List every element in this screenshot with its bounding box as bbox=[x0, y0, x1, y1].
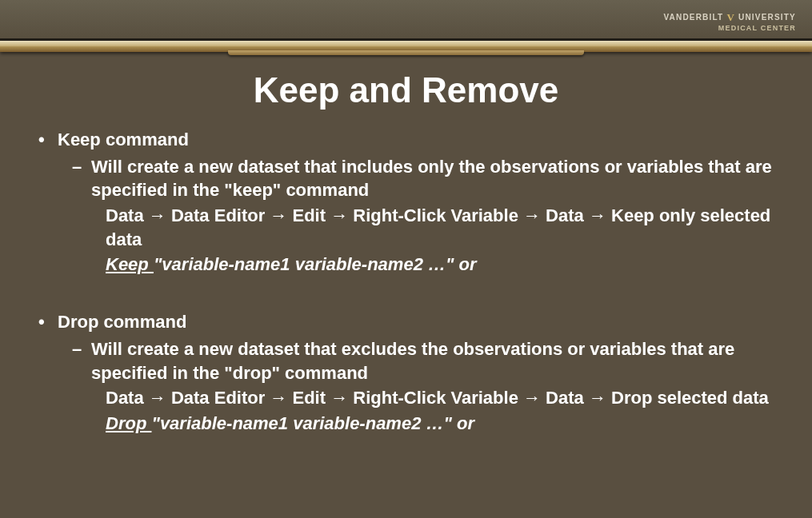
keep-desc: Will create a new dataset that includes … bbox=[34, 155, 788, 202]
gold-divider bbox=[0, 41, 812, 52]
drop-syntax-args: "variable-name1 variable-name2 …" or bbox=[151, 413, 474, 433]
keep-heading: Keep command bbox=[34, 128, 788, 152]
drop-path: Data → Data Editor → Edit → Right-Click … bbox=[34, 386, 788, 410]
brand-left: VANDERBILT bbox=[663, 13, 723, 22]
keep-syntax-args: "variable-name1 variable-name2 …" or bbox=[154, 254, 477, 274]
brand-right: UNIVERSITY bbox=[738, 13, 796, 22]
drop-syntax: Drop "variable-name1 variable-name2 …" o… bbox=[34, 412, 788, 436]
drop-syntax-cmd: Drop bbox=[106, 413, 151, 433]
brand-line1: VANDERBILTVUNIVERSITY bbox=[663, 11, 796, 24]
keep-syntax: Keep "variable-name1 variable-name2 …" o… bbox=[34, 253, 788, 277]
drop-desc: Will create a new dataset that excludes … bbox=[34, 337, 788, 385]
keep-path: Data → Data Editor → Edit → Right-Click … bbox=[34, 204, 788, 251]
slide: VANDERBILTVUNIVERSITY MEDICAL CENTER Kee… bbox=[0, 0, 812, 518]
drop-heading: Drop command bbox=[34, 310, 788, 334]
slide-content: Keep command Will create a new dataset t… bbox=[34, 128, 788, 437]
brand-logo: VANDERBILTVUNIVERSITY MEDICAL CENTER bbox=[663, 11, 796, 32]
spacer bbox=[34, 278, 788, 310]
slide-title: Keep and Remove bbox=[0, 70, 812, 110]
brand-line2: MEDICAL CENTER bbox=[663, 24, 796, 33]
keep-syntax-cmd: Keep bbox=[106, 254, 154, 274]
brand-v-icon: V bbox=[723, 11, 738, 23]
